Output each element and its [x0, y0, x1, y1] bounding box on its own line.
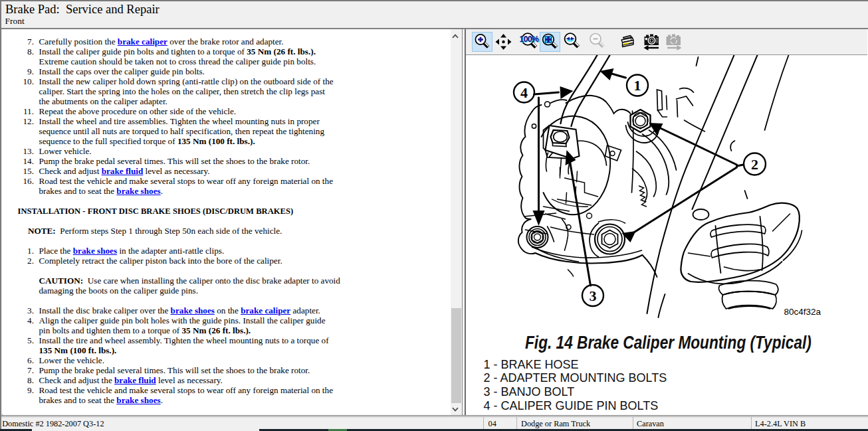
svg-text:2: 2	[751, 156, 758, 173]
svg-text:4: 4	[520, 84, 528, 101]
svg-text:80c4f32a: 80c4f32a	[784, 307, 821, 317]
svg-text:1: 1	[633, 77, 641, 94]
svg-text:3: 3	[589, 288, 596, 304]
svg-text:100%: 100%	[519, 35, 538, 44]
